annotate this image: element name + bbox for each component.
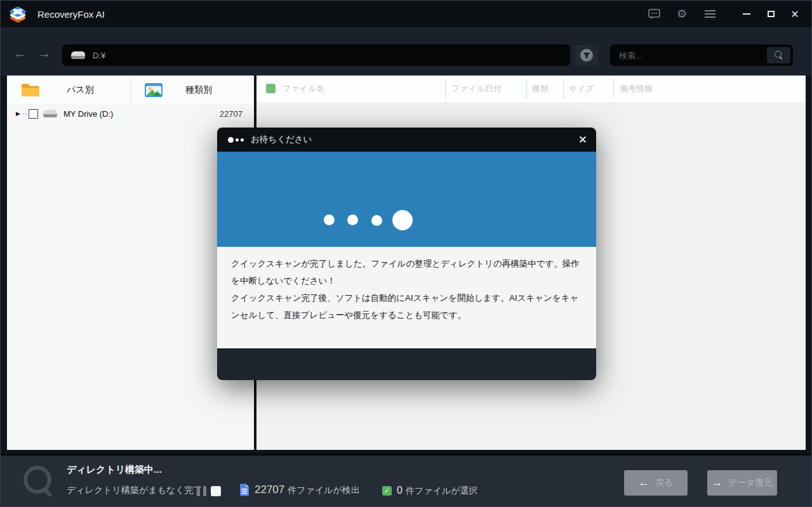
path-field[interactable]: D:¥ bbox=[62, 44, 570, 66]
funnel-icon bbox=[580, 48, 594, 62]
progress-dot bbox=[324, 214, 335, 225]
loading-dots-icon bbox=[228, 137, 244, 143]
drive-icon bbox=[42, 108, 58, 119]
expand-caret-icon[interactable]: ▶ bbox=[16, 110, 20, 117]
app-window: RecoveryFox AI ⚙ ✕ ← → D:¥ bbox=[0, 0, 812, 507]
feedback-icon[interactable] bbox=[648, 8, 660, 20]
column-filename[interactable]: ファイル名 bbox=[283, 83, 324, 95]
filter-button[interactable] bbox=[575, 45, 598, 65]
files-detected-label: 件ファイルが検出 bbox=[288, 485, 360, 495]
search-button[interactable] bbox=[767, 47, 790, 63]
folder-icon bbox=[21, 82, 40, 98]
recover-button-label: データ復元 bbox=[728, 477, 773, 489]
drive-icon bbox=[70, 49, 86, 61]
back-arrow-icon: ← bbox=[639, 477, 649, 489]
files-detected-icon bbox=[239, 484, 250, 496]
column-filedate[interactable]: ファイル日付 bbox=[451, 83, 502, 95]
app-logo-icon bbox=[8, 4, 27, 24]
tab-by-path[interactable]: パス別 bbox=[7, 76, 130, 104]
dialog-footer bbox=[217, 348, 596, 380]
column-separator bbox=[445, 79, 446, 99]
files-detected-count: 22707 bbox=[255, 484, 284, 496]
search-input[interactable] bbox=[610, 44, 762, 66]
select-all-checkbox[interactable] bbox=[266, 84, 276, 93]
image-type-icon bbox=[145, 83, 163, 97]
column-type[interactable]: 種類 bbox=[532, 83, 549, 95]
data-recovery-button[interactable]: → データ復元 bbox=[707, 470, 777, 496]
pause-icon[interactable] bbox=[197, 486, 206, 496]
tab-by-type[interactable]: 種類別 bbox=[130, 76, 254, 104]
files-detected: 22707件ファイルが検出 bbox=[255, 484, 360, 496]
dialog-close-icon[interactable]: ✕ bbox=[578, 128, 587, 152]
drive-checkbox[interactable] bbox=[29, 109, 38, 119]
back-arrow-icon[interactable]: ← bbox=[11, 44, 30, 63]
column-remarks[interactable]: 備考情報 bbox=[620, 83, 653, 95]
dialog-paragraph-1: クイックスキャンが完了しました。ファイルの整理とディレクトリの再構築中です。操作… bbox=[231, 255, 582, 289]
tree-item-label: MY Drive (D:) bbox=[63, 109, 113, 119]
dialog-progress-banner bbox=[217, 152, 596, 247]
progress-dot bbox=[347, 214, 358, 225]
table-header: ファイル名 ファイル日付 種類 サイズ 備考情報 bbox=[256, 76, 806, 102]
tab-label: パス別 bbox=[67, 84, 94, 96]
back-button[interactable]: ← 戻る bbox=[624, 470, 688, 496]
tree-item-drive[interactable]: ▶ MY Drive (D:) 22707 bbox=[7, 104, 254, 123]
status-bar: ディレクトリ構築中... ディレクトリ構築がまもなく完了 22707件ファイルが… bbox=[1, 453, 811, 507]
column-size[interactable]: サイズ bbox=[569, 83, 594, 95]
scan-status-title: ディレクトリ構築中... bbox=[67, 464, 162, 476]
column-separator bbox=[526, 79, 527, 99]
forward-arrow-icon[interactable]: → bbox=[35, 44, 54, 63]
files-selected-checkbox[interactable]: ✓ bbox=[382, 486, 392, 496]
tree-guide bbox=[22, 114, 27, 114]
files-selected: 0件ファイルが選択 bbox=[397, 485, 478, 497]
maximize-button[interactable] bbox=[764, 8, 777, 20]
search-icon bbox=[775, 51, 783, 60]
column-separator bbox=[563, 79, 564, 99]
progress-dot bbox=[392, 210, 413, 230]
close-button[interactable]: ✕ bbox=[789, 8, 801, 20]
dialog-paragraph-2: クイックスキャン完了後、ソフトは自動的にAIスキャンを開始します。AIスキャンを… bbox=[231, 289, 582, 324]
settings-gear-icon[interactable]: ⚙ bbox=[676, 8, 688, 20]
app-title: RecoveryFox AI bbox=[37, 9, 105, 20]
path-value: D:¥ bbox=[93, 51, 105, 60]
stop-icon[interactable] bbox=[211, 486, 221, 496]
menu-icon[interactable] bbox=[703, 8, 716, 20]
dialog-title: お待ちください bbox=[251, 134, 312, 145]
scan-status-subtitle: ディレクトリ構築がまもなく完了 bbox=[67, 485, 203, 496]
scan-magnifier-icon bbox=[22, 464, 55, 497]
title-bar: RecoveryFox AI ⚙ ✕ bbox=[1, 1, 811, 27]
column-separator bbox=[613, 79, 614, 99]
files-selected-label: 件ファイルが選択 bbox=[406, 485, 478, 496]
search-field bbox=[610, 44, 793, 66]
dialog-message: クイックスキャンが完了しました。ファイルの整理とディレクトリの再構築中です。操作… bbox=[217, 247, 596, 348]
dialog-title-bar: お待ちください ✕ bbox=[217, 128, 596, 152]
back-button-label: 戻る bbox=[655, 477, 673, 489]
files-selected-count: 0 bbox=[397, 485, 403, 496]
recover-arrow-icon: → bbox=[712, 477, 722, 489]
please-wait-dialog: お待ちください ✕ クイックスキャンが完了しました。ファイルの整理とディレクトリ… bbox=[217, 128, 596, 380]
progress-dot bbox=[371, 215, 382, 226]
nav-bar: ← → D:¥ bbox=[1, 27, 811, 76]
minimize-button[interactable] bbox=[740, 8, 753, 20]
tab-label: 種類別 bbox=[185, 84, 212, 96]
tree-item-count: 22707 bbox=[220, 109, 243, 119]
